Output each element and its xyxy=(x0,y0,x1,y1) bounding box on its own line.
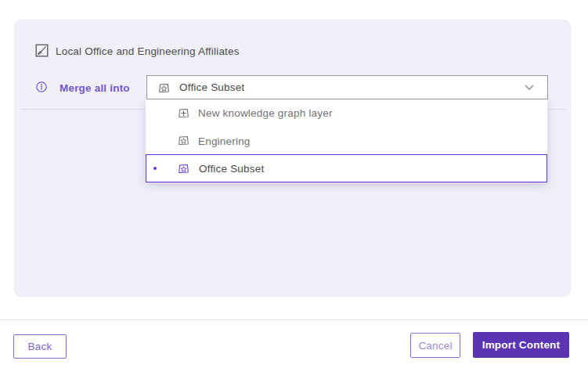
dropdown-item-new-knowledge-graph-layer[interactable]: New knowledge graph layer xyxy=(146,99,547,127)
import-content-dialog: Local Office and Engineering Affiliates … xyxy=(0,0,588,368)
merge-target-select[interactable]: Office Subset xyxy=(146,75,548,99)
merge-all-into-label: Merge all into xyxy=(60,82,130,94)
footer-divider xyxy=(0,319,588,320)
knowledge-graph-layer-icon xyxy=(177,134,190,147)
info-icon xyxy=(35,81,48,93)
cancel-button[interactable]: Cancel xyxy=(410,333,460,358)
merge-target-dropdown-menu: New knowledge graph layer Enginering Off… xyxy=(146,99,547,182)
selected-bullet-dot xyxy=(153,167,157,170)
dropdown-item-label: Enginering xyxy=(198,135,251,146)
source-layer-label: Local Office and Engineering Affiliates xyxy=(56,45,240,57)
dropdown-item-label: Office Subset xyxy=(199,163,264,175)
merge-target-select-value: Office Subset xyxy=(179,81,244,93)
dropdown-item-label: New knowledge graph layer xyxy=(198,107,333,119)
back-button[interactable]: Back xyxy=(13,334,67,359)
dropdown-item-enginering[interactable]: Enginering xyxy=(146,127,547,154)
dropdown-item-office-subset-selected[interactable]: Office Subset xyxy=(146,154,547,182)
knowledge-graph-layer-icon xyxy=(177,162,190,175)
sketch-layer-icon xyxy=(35,44,49,57)
new-knowledge-graph-layer-icon xyxy=(177,106,190,120)
chevron-down-icon xyxy=(525,85,534,91)
knowledge-graph-layer-icon xyxy=(157,81,171,95)
import-content-button[interactable]: Import Content xyxy=(473,332,569,358)
